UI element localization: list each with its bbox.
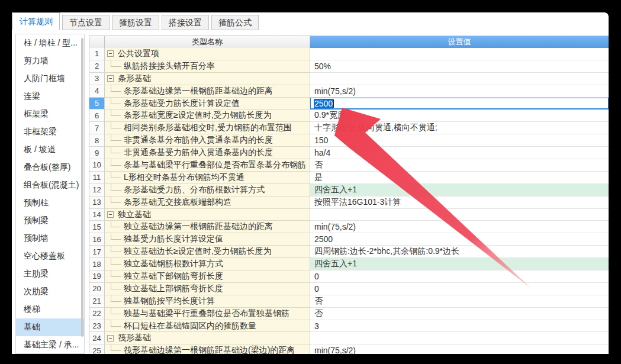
sidebar-item-14[interactable]: 次肋梁 xyxy=(16,283,84,301)
row-number-cell[interactable]: 2 xyxy=(89,60,105,73)
row-number-cell[interactable]: 10 xyxy=(89,159,105,172)
sidebar-item-8[interactable]: 组合板(混凝土) xyxy=(16,176,84,194)
type-name-cell[interactable]: 独基受力筋长度计算设定值 xyxy=(105,233,310,246)
type-name-cell[interactable]: 独立基础钢筋根数计算方式 xyxy=(105,258,310,270)
row-number-cell[interactable]: 11 xyxy=(89,172,105,184)
type-name-cell[interactable]: 条形基础受力筋长度计算设定值 xyxy=(105,98,310,110)
type-name-cell[interactable]: 条形基础宽度≥设定值时,受力钢筋长度为 xyxy=(105,109,310,122)
setting-value-cell[interactable]: 否 xyxy=(310,159,609,172)
type-name-cell[interactable]: 纵筋搭接接头错开百分率 xyxy=(105,60,310,73)
row-number-cell[interactable]: 21 xyxy=(89,295,105,308)
sidebar-item-5[interactable]: 非框架梁 xyxy=(16,123,84,141)
row-number-cell[interactable]: 24 xyxy=(89,332,105,344)
sidebar-item-12[interactable]: 空心楼盖板 xyxy=(16,247,84,265)
setting-value-cell[interactable]: min(75,s/2) xyxy=(310,344,609,354)
type-name-cell[interactable]: 独立基础下部钢筋弯折长度 xyxy=(105,270,310,283)
setting-value-cell[interactable] xyxy=(310,332,609,344)
row-number-cell[interactable]: 16 xyxy=(89,233,105,246)
setting-value-cell[interactable]: ha/4 xyxy=(310,147,609,159)
type-name-cell[interactable]: 条形基础边缘第一根钢筋距基础边的距离 xyxy=(105,85,310,98)
row-number-cell[interactable]: 18 xyxy=(89,258,105,270)
sidebar-item-3[interactable]: 连梁 xyxy=(16,88,84,105)
type-name-cell[interactable]: 相同类别条形基础相交时,受力钢筋的布置范围 xyxy=(105,122,310,134)
row-number-cell[interactable]: 5 xyxy=(89,98,105,110)
type-name-cell[interactable]: 非贯通条基分布筋伸入贯通条基内的长度 xyxy=(105,134,310,147)
type-name-cell[interactable]: 独立基础边缘第一根钢筋距基础边的距离 xyxy=(105,221,310,233)
row-number-cell[interactable]: 22 xyxy=(89,308,105,320)
sidebar-item-4[interactable]: 框架梁 xyxy=(16,105,84,123)
type-name-cell[interactable]: 条形基础 xyxy=(105,73,310,85)
tab-2[interactable]: 箍筋设置 xyxy=(112,15,159,30)
type-name-cell[interactable]: 条形基础无交接底板端部构造 xyxy=(105,197,310,209)
sidebar-item-13[interactable]: 主肋梁 xyxy=(16,265,84,283)
tab-1[interactable]: 节点设置 xyxy=(62,15,110,30)
setting-value-cell[interactable]: 0 xyxy=(310,283,609,295)
sidebar-item-9[interactable]: 预制柱 xyxy=(16,194,84,212)
sidebar-item-7[interactable]: 叠合板(整厚) xyxy=(16,159,84,176)
row-number-cell[interactable]: 19 xyxy=(89,270,105,283)
type-name-cell[interactable]: 独立基础上部钢筋弯折长度 xyxy=(105,283,310,295)
sidebar-item-11[interactable]: 预制墙 xyxy=(16,230,84,247)
type-name-cell[interactable]: 筏形基础 xyxy=(105,332,310,344)
setting-value-cell[interactable]: 50% xyxy=(310,60,609,73)
setting-value-cell[interactable] xyxy=(310,73,609,85)
sidebar-item-10[interactable]: 预制梁 xyxy=(16,212,84,230)
row-number-cell[interactable]: 15 xyxy=(89,221,105,233)
tab-3[interactable]: 搭接设置 xyxy=(162,15,209,30)
setting-value-cell[interactable]: 是 xyxy=(310,172,609,184)
setting-value-cell[interactable]: 四舍五入+1 xyxy=(310,258,609,270)
row-number-cell[interactable]: 3 xyxy=(89,73,105,85)
setting-value-cell[interactable]: 四周钢筋:边长-2*bhc,其余钢筋:0.9*边长 xyxy=(310,246,609,258)
row-number-cell[interactable]: 4 xyxy=(89,85,105,98)
type-name-cell[interactable]: 条形基础受力筋、分布筋根数计算方式 xyxy=(105,184,310,197)
row-number-cell[interactable]: 6 xyxy=(89,109,105,122)
sidebar-scrollbar-thumb[interactable] xyxy=(81,38,83,337)
type-name-cell[interactable]: 独立基础边长≥设定值时,受力钢筋长度为 xyxy=(105,246,310,258)
row-number-cell[interactable]: 20 xyxy=(89,283,105,295)
setting-value-cell[interactable]: 3 xyxy=(310,320,609,333)
type-name-cell[interactable]: 非贯通条基受力筋伸入贯通条基内的长度 xyxy=(105,147,310,159)
sidebar-item-16[interactable]: 基础 xyxy=(16,318,84,336)
setting-value-cell[interactable]: min(75,s/2) xyxy=(310,221,609,233)
type-name-cell[interactable]: 公共设置项 xyxy=(105,48,310,60)
tab-4[interactable]: 箍筋公式 xyxy=(211,15,259,30)
tab-0[interactable]: 计算规则 xyxy=(12,12,60,30)
row-number-cell[interactable]: 13 xyxy=(89,197,105,209)
sidebar-item-6[interactable]: 板 / 坡道 xyxy=(16,141,84,159)
setting-value-cell[interactable]: 四舍五入+1 xyxy=(310,184,609,197)
setting-value-cell[interactable]: 150 xyxy=(310,134,609,147)
setting-value-cell[interactable]: 按照平法16G101-3计算 xyxy=(310,197,609,209)
type-name-cell[interactable]: L形相交时条基分布钢筋均不贯通 xyxy=(105,172,310,184)
row-number-cell[interactable]: 25 xyxy=(89,344,105,354)
sidebar-item-1[interactable]: 剪力墙 xyxy=(16,52,84,70)
type-name-cell[interactable]: 独基与基础梁平行重叠部位是否布置独基钢筋 xyxy=(105,308,310,320)
setting-value-cell[interactable]: 0.9*宽度 xyxy=(310,109,609,122)
type-name-cell[interactable]: 杯口短柱在基础锚固区内的箍筋数量 xyxy=(105,320,310,333)
row-number-cell[interactable]: 23 xyxy=(89,320,105,333)
row-number-cell[interactable]: 1 xyxy=(89,48,105,60)
row-number-cell[interactable]: 14 xyxy=(89,209,105,221)
setting-value-cell[interactable]: 2500 xyxy=(310,233,609,246)
setting-value-cell[interactable] xyxy=(310,48,609,60)
row-number-cell[interactable]: 7 xyxy=(89,122,105,134)
type-name-cell[interactable]: 条基与基础梁平行重叠部位是否布置条基分布钢筋 xyxy=(105,159,310,172)
setting-value-cell[interactable]: 否 xyxy=(310,308,609,320)
setting-value-cell[interactable]: min(75,s/2) xyxy=(310,85,609,98)
setting-value-cell-editing[interactable]: 2500 xyxy=(310,98,609,110)
row-number-cell[interactable]: 8 xyxy=(89,134,105,147)
setting-value-cell[interactable]: 十字形相交,纵向贯通,横向不贯通; xyxy=(310,122,609,134)
row-number-cell[interactable]: 17 xyxy=(89,246,105,258)
type-name-cell[interactable]: 筏形基础边缘第一根钢筋距基础边(梁边)的距离 xyxy=(105,344,310,354)
setting-value-cell[interactable]: 0 xyxy=(310,270,609,283)
sidebar-item-17[interactable]: 基础主梁 / 承... xyxy=(16,336,84,354)
setting-value-cell[interactable] xyxy=(310,209,609,221)
row-number-cell[interactable]: 9 xyxy=(89,147,105,159)
collapse-minus-icon[interactable] xyxy=(107,50,114,57)
sidebar-item-0[interactable]: 柱 / 墙柱 / 型... xyxy=(16,34,84,52)
row-number-cell[interactable]: 12 xyxy=(89,184,105,197)
sidebar-item-2[interactable]: 人防门框墙 xyxy=(16,70,84,88)
collapse-minus-icon[interactable] xyxy=(107,335,114,342)
type-name-cell[interactable]: 独基钢筋按平均长度计算 xyxy=(105,295,310,308)
collapse-minus-icon[interactable] xyxy=(107,75,114,82)
type-name-cell[interactable]: 独立基础 xyxy=(105,209,310,221)
